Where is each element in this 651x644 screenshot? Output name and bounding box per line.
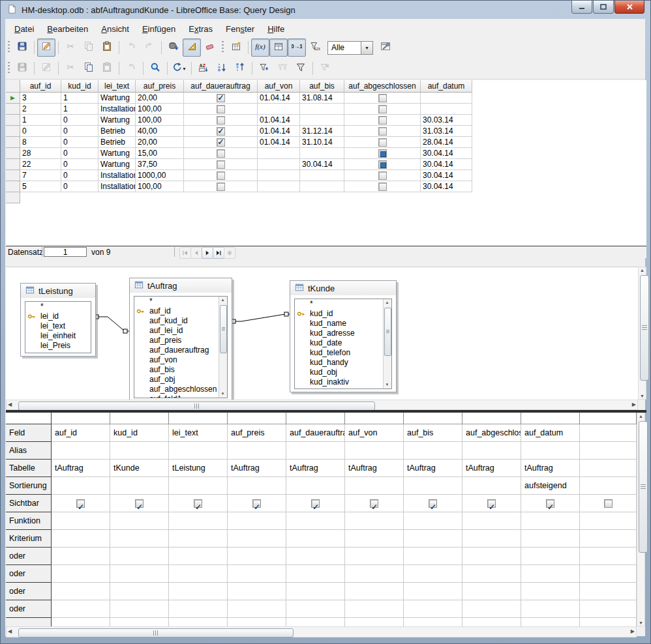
design-cell-oder-4-col9[interactable]	[521, 600, 580, 618]
design-cell-alias-col8[interactable]	[462, 442, 521, 460]
field-auf_kud_id[interactable]: auf_kud_id	[134, 316, 227, 326]
design-cell-alias-col9[interactable]	[521, 442, 580, 460]
auf_abgeschlossen-checkbox[interactable]	[378, 171, 387, 180]
sichtbar-checkbox-col9[interactable]	[546, 499, 554, 508]
field-kud_obj[interactable]: kud_obj	[295, 368, 391, 377]
find-record-button[interactable]	[146, 59, 164, 78]
design-column-header[interactable]	[286, 413, 345, 424]
design-cell-partial-col7[interactable]	[404, 618, 462, 626]
close-button[interactable]	[614, 1, 644, 14]
toolbar-grip[interactable]	[222, 41, 224, 54]
field-list-scrollbar[interactable]: ▲▼	[383, 299, 391, 388]
cell-lei_text[interactable]: Wartung	[98, 159, 136, 170]
design-column-header[interactable]	[345, 413, 404, 424]
row-selector[interactable]	[6, 115, 20, 126]
scroll-right-icon[interactable]: ▶	[631, 628, 635, 634]
table-name-button[interactable]	[269, 38, 288, 57]
scroll-down-icon[interactable]: ▼	[384, 381, 391, 388]
menu-extras[interactable]: Extras	[182, 22, 219, 37]
design-cell-sichtbar-col1[interactable]	[52, 495, 110, 512]
design-cell-oder-1-col6[interactable]	[345, 548, 404, 565]
sichtbar-checkbox-col2[interactable]	[135, 499, 144, 508]
design-cell-funktion-col3[interactable]	[169, 512, 228, 530]
cell-auf_bis[interactable]	[300, 115, 344, 126]
row-selector[interactable]	[6, 126, 20, 137]
clear-query-button[interactable]	[201, 38, 219, 57]
scroll-down-icon[interactable]: ▼	[219, 390, 226, 398]
design-cell-oder-2-col8[interactable]	[462, 565, 521, 583]
add-table-button[interactable]: ★	[227, 38, 245, 57]
design-cell-feld-col7[interactable]: auf_bis	[404, 424, 462, 442]
cell-auf_id[interactable]: 7	[20, 170, 61, 181]
auf_abgeschlossen-checkbox[interactable]	[378, 127, 387, 136]
auf_dauerauftrag-checkbox[interactable]	[217, 138, 225, 147]
cell-lei_text[interactable]: Betrieb	[98, 126, 136, 137]
scrollbar-thumb[interactable]	[220, 305, 227, 353]
cell-auf_von[interactable]	[258, 148, 300, 159]
cell-auf_preis[interactable]: 1000,00	[136, 170, 184, 181]
auf_dauerauftrag-checkbox[interactable]	[217, 183, 225, 191]
refresh-button[interactable]: ▼	[170, 59, 189, 78]
design-grid-horizontal-scrollbar[interactable]: ◀▶	[6, 626, 637, 637]
auf_abgeschlossen-checkbox[interactable]	[378, 149, 387, 158]
cell-auf_id[interactable]: 3	[20, 93, 61, 104]
chevron-down-icon[interactable]: ▼	[182, 66, 187, 71]
design-cell-sichtbar-col10[interactable]	[580, 495, 637, 512]
design-cell-sichtbar-col6[interactable]	[345, 495, 404, 512]
field-star[interactable]: *	[25, 302, 91, 312]
design-cell-alias-col3[interactable]	[169, 442, 228, 460]
sichtbar-checkbox-col8[interactable]	[487, 499, 496, 508]
design-cell-sichtbar-col4[interactable]	[228, 495, 286, 512]
design-cell-oder-3-col6[interactable]	[345, 583, 404, 600]
design-cell-oder-4-col1[interactable]	[52, 600, 110, 618]
row-selector-empty[interactable]	[6, 192, 20, 203]
cell-auf_von[interactable]: 01.04.14	[258, 137, 300, 148]
cell-kud_id[interactable]: 0	[61, 159, 98, 170]
menu-einfgen[interactable]: Einfügen	[136, 22, 182, 37]
cell-auf_datum[interactable]: 30.04.14	[421, 170, 472, 181]
cell-auf_datum[interactable]: 30.04.14	[421, 159, 472, 170]
field-kud_handy[interactable]: kud_handy	[295, 358, 391, 368]
cell-auf_abgeschlossen[interactable]	[344, 115, 421, 126]
cell-auf_von[interactable]: 01.04.14	[258, 115, 300, 126]
design-cell-partial-col3[interactable]	[169, 618, 228, 626]
design-cell-funktion-col4[interactable]	[228, 512, 286, 530]
design-cell-funktion-col6[interactable]	[345, 512, 404, 530]
design-cell-sortierung-col6[interactable]	[345, 477, 404, 495]
limit-select-value[interactable]: Alle	[327, 41, 361, 55]
cell-auf_preis[interactable]: 20,00	[136, 93, 184, 104]
design-cell-sortierung-col8[interactable]	[462, 477, 521, 495]
design-cell-oder-2-col4[interactable]	[228, 565, 286, 583]
design-cell-oder-4-col10[interactable]	[580, 600, 637, 618]
design-cell-sichtbar-col9[interactable]	[521, 495, 580, 512]
design-cell-alias-col10[interactable]	[580, 442, 637, 460]
design-cell-oder-2-col9[interactable]	[521, 565, 580, 583]
design-cell-oder-4-col4[interactable]	[228, 600, 286, 618]
design-cell-oder-4-col3[interactable]	[169, 600, 228, 618]
column-header-auf_von[interactable]: auf_von	[258, 80, 300, 93]
design-cell-oder-1-col3[interactable]	[169, 548, 228, 565]
design-cell-oder-4-col7[interactable]	[404, 600, 462, 618]
cell-auf_abgeschlossen[interactable]	[344, 137, 421, 148]
design-view-button[interactable]	[183, 38, 201, 57]
design-cell-sortierung-col10[interactable]	[580, 477, 637, 495]
design-cell-tabelle-col4[interactable]: tAuftrag	[228, 460, 286, 477]
design-cell-sichtbar-col5[interactable]	[286, 495, 345, 512]
query-properties-button[interactable]	[376, 38, 395, 57]
design-cell-oder-2-col6[interactable]	[345, 565, 404, 583]
scroll-down-icon[interactable]: ▼	[639, 621, 643, 625]
design-cell-kriterium-col3[interactable]	[169, 530, 228, 548]
cell-auf_id[interactable]: 28	[20, 148, 61, 159]
cell-auf_abgeschlossen[interactable]	[344, 148, 421, 159]
cell-kud_id[interactable]: 0	[61, 126, 98, 137]
cell-auf_id[interactable]: 5	[20, 181, 61, 192]
design-cell-sortierung-col9[interactable]: aufsteigend	[521, 477, 580, 495]
design-cell-oder-1-col5[interactable]	[286, 548, 345, 565]
design-cell-tabelle-col1[interactable]: tAuftrag	[52, 460, 110, 477]
save-button[interactable]	[13, 38, 31, 57]
field-lei_einheit[interactable]: lei_einheit	[25, 331, 91, 341]
design-cell-oder-1-col8[interactable]	[462, 548, 521, 565]
limit-button[interactable]: 123!	[306, 38, 324, 57]
design-cell-tabelle-col5[interactable]: tAuftrag	[286, 460, 345, 477]
field-auf_bis[interactable]: auf_bis	[134, 365, 227, 375]
